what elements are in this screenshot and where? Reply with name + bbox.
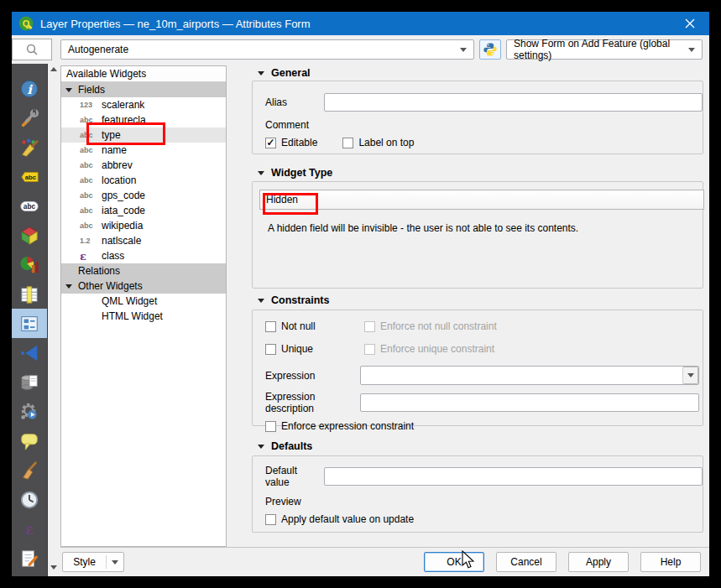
comment-label: Comment bbox=[265, 119, 703, 131]
editable-checkbox[interactable]: ✓ Editable bbox=[265, 137, 317, 148]
show-form-mode-select[interactable]: Show Form on Add Feature (global setting… bbox=[506, 39, 703, 60]
tab-joins[interactable] bbox=[12, 338, 47, 367]
section-widget-type-body: Hidden A hidden field will be invisible … bbox=[252, 181, 703, 289]
widget-type-value: Hidden bbox=[266, 194, 298, 206]
tree-item-html-widget[interactable]: HTML Widget bbox=[61, 309, 226, 324]
tree-item-label: abbrev bbox=[102, 159, 133, 171]
section-general-header[interactable]: General bbox=[252, 67, 705, 79]
section-widget-type-header[interactable]: Widget Type bbox=[252, 167, 705, 179]
tab-auxiliary-storage[interactable] bbox=[12, 367, 47, 397]
tree-item-abbrev[interactable]: abc abbrev bbox=[61, 158, 226, 173]
tree-item-location[interactable]: abc location bbox=[61, 173, 226, 188]
enforce-expression-label: Enforce expression constraint bbox=[281, 420, 414, 432]
help-button[interactable]: Help bbox=[640, 552, 701, 572]
apply-default-on-update-label: Apply default value on update bbox=[281, 513, 414, 525]
cancel-button[interactable]: Cancel bbox=[496, 552, 556, 572]
chevron-down-icon[interactable] bbox=[65, 86, 73, 94]
enforce-not-null-label: Enforce not null constraint bbox=[380, 320, 497, 332]
tab-variables[interactable]: ε bbox=[12, 514, 47, 544]
wrench-screwdriver-icon bbox=[19, 108, 39, 128]
section-constraints-header[interactable]: Constraints bbox=[252, 294, 705, 306]
title-bar: Q Layer Properties — ne_10m_airports — A… bbox=[12, 12, 709, 35]
tab-3d-view[interactable] bbox=[12, 221, 47, 250]
tab-display[interactable] bbox=[12, 426, 47, 455]
label-on-top-label: Label on top bbox=[358, 137, 414, 148]
chevron-down-icon bbox=[258, 171, 264, 175]
unique-label: Unique bbox=[281, 343, 313, 355]
expression-dropdown-button[interactable] bbox=[682, 367, 698, 384]
label-on-top-checkbox[interactable]: Label on top bbox=[342, 137, 414, 148]
tree-group-fields[interactable]: Fields bbox=[61, 82, 226, 97]
cube-3d-icon bbox=[19, 226, 39, 246]
rendering-brush-icon bbox=[19, 461, 39, 481]
tree-group-other-widgets[interactable]: Other Widgets bbox=[61, 278, 226, 294]
tab-attributes-form[interactable] bbox=[12, 309, 47, 338]
tab-metadata[interactable] bbox=[12, 544, 47, 573]
tree-item-name[interactable]: abc name bbox=[61, 143, 226, 158]
field-text-icon: abc bbox=[80, 191, 102, 200]
form-layout-value: Autogenerate bbox=[68, 44, 128, 55]
search-input[interactable] bbox=[12, 39, 52, 60]
tab-bar-scrollbar[interactable] bbox=[47, 64, 60, 576]
ok-button[interactable]: OK bbox=[424, 552, 484, 572]
tab-information[interactable]: i bbox=[12, 74, 47, 103]
tab-temporal[interactable] bbox=[12, 485, 47, 514]
scroll-up-icon[interactable] bbox=[50, 67, 57, 71]
tab-masks[interactable]: abc bbox=[12, 191, 47, 221]
tree-item-gps-code[interactable]: abc gps_code bbox=[61, 188, 226, 203]
tree-group-label: Fields bbox=[78, 84, 105, 96]
close-icon[interactable] bbox=[677, 12, 703, 35]
svg-text:abc: abc bbox=[24, 202, 36, 211]
tab-fields[interactable] bbox=[12, 279, 47, 309]
form-layout-select[interactable]: Autogenerate bbox=[60, 39, 474, 60]
form-toolbar: Autogenerate Show Form on Add Feature (g… bbox=[12, 35, 709, 64]
enforce-unique-checkbox: Enforce unique constraint bbox=[364, 343, 494, 355]
field-text-icon: abc bbox=[80, 221, 102, 230]
scroll-down-icon[interactable] bbox=[50, 565, 57, 570]
style-menu-button[interactable]: Style bbox=[62, 552, 124, 572]
field-text-icon: abc bbox=[80, 161, 102, 169]
section-title: Widget Type bbox=[271, 167, 332, 179]
tab-source[interactable] bbox=[12, 103, 47, 133]
tree-group-relations[interactable]: Relations bbox=[61, 263, 226, 278]
section-defaults-body: Default value Preview Apply default valu… bbox=[252, 455, 703, 533]
apply-default-on-update-checkbox[interactable]: Apply default value on update bbox=[265, 513, 703, 525]
expression-description-label: Expression description bbox=[265, 391, 360, 414]
chevron-down-icon bbox=[460, 48, 467, 52]
python-init-button[interactable] bbox=[479, 39, 501, 60]
chevron-down-icon[interactable] bbox=[65, 283, 73, 290]
tab-symbology[interactable] bbox=[12, 133, 47, 162]
dialog-footer: Style OK Cancel Apply Help bbox=[60, 547, 709, 576]
tab-labels[interactable]: abc bbox=[12, 162, 47, 191]
tab-rendering[interactable] bbox=[12, 455, 47, 485]
section-constraints-body: Not null Enforce not null constraint Uni… bbox=[252, 310, 703, 426]
section-defaults-header[interactable]: Defaults bbox=[252, 440, 705, 452]
not-null-checkbox[interactable]: Not null bbox=[265, 320, 364, 332]
svg-text:ε: ε bbox=[25, 520, 33, 537]
default-value-input[interactable] bbox=[324, 467, 703, 486]
tree-item-type[interactable]: abc type bbox=[61, 127, 226, 143]
alias-input[interactable] bbox=[324, 93, 703, 112]
tab-diagrams[interactable] bbox=[12, 250, 47, 279]
unique-checkbox[interactable]: Unique bbox=[265, 343, 364, 355]
apply-button[interactable]: Apply bbox=[568, 552, 629, 572]
tree-group-label: Relations bbox=[78, 265, 120, 277]
tree-item-scalerank[interactable]: 123 scalerank bbox=[61, 97, 226, 112]
enforce-expression-checkbox[interactable]: Enforce expression constraint bbox=[265, 420, 703, 432]
tree-item-qml-widget[interactable]: QML Widget bbox=[61, 294, 226, 309]
widget-type-select[interactable]: Hidden bbox=[259, 190, 704, 210]
tree-item-featurecla[interactable]: abc featurecla bbox=[61, 112, 226, 127]
tree-item-natlscale[interactable]: 1.2 natlscale bbox=[61, 233, 226, 248]
style-button-label: Style bbox=[63, 556, 106, 568]
tab-actions[interactable] bbox=[12, 397, 47, 426]
properties-tab-bar: i abc bbox=[12, 64, 47, 576]
tree-item-label: featurecla bbox=[102, 114, 146, 126]
chevron-down-icon bbox=[258, 299, 264, 303]
expression-input[interactable] bbox=[360, 366, 699, 385]
tree-item-wikipedia[interactable]: abc wikipedia bbox=[61, 218, 226, 233]
tree-item-class[interactable]: ε class bbox=[61, 248, 226, 263]
expression-description-input[interactable] bbox=[360, 393, 699, 412]
tree-item-iata-code[interactable]: abc iata_code bbox=[61, 203, 226, 218]
paintbrush-icon bbox=[19, 138, 39, 158]
pie-chart-icon bbox=[19, 255, 39, 275]
